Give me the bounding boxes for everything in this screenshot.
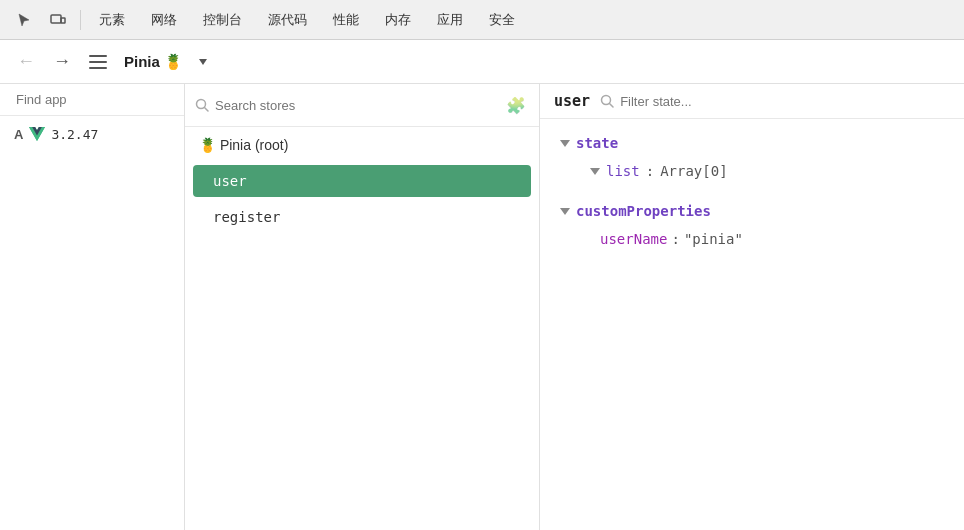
state-content: state list : Array[0] customProperties u…: [540, 119, 964, 275]
forward-button[interactable]: →: [48, 48, 76, 76]
main-content: A 3.2.47 🧩 🍍 Pinia (root) user: [0, 84, 964, 530]
username-item[interactable]: userName : "pinia": [540, 225, 964, 253]
list-colon: :: [646, 163, 654, 179]
tab-elements[interactable]: 元素: [87, 0, 137, 40]
dropdown-button[interactable]: [191, 50, 215, 74]
store-item-user[interactable]: user: [193, 165, 531, 197]
svg-rect-3: [89, 61, 107, 63]
chevron-down-icon: [199, 59, 207, 65]
toolbar: ← → Pinia 🍍: [0, 40, 964, 84]
svg-rect-4: [89, 67, 107, 69]
pinia-label: Pinia 🍍: [124, 53, 183, 71]
svg-rect-0: [51, 15, 61, 23]
find-app-search[interactable]: [0, 84, 184, 116]
svg-line-10: [610, 104, 614, 108]
state-section: state list : Array[0]: [540, 129, 964, 185]
list-key: list: [606, 163, 640, 179]
svg-rect-2: [89, 55, 107, 57]
nav-separator: [80, 10, 81, 30]
search-stores-input[interactable]: [215, 98, 497, 113]
middle-panel: 🧩 🍍 Pinia (root) user register: [185, 84, 540, 530]
right-panel: user state list : Array: [540, 84, 964, 530]
search-icon-middle: [195, 98, 209, 112]
state-section-header[interactable]: state: [540, 129, 964, 157]
state-list-item[interactable]: list : Array[0]: [540, 157, 964, 185]
menu-icon[interactable]: [84, 48, 112, 76]
tab-security[interactable]: 安全: [477, 0, 527, 40]
tab-memory[interactable]: 内存: [373, 0, 423, 40]
list-value: Array[0]: [660, 163, 727, 179]
filter-search-icon: [600, 94, 614, 108]
version-text: 3.2.47: [51, 127, 98, 142]
store-item-register[interactable]: register: [185, 199, 539, 235]
store-name-display: user: [554, 92, 590, 110]
tab-sources[interactable]: 源代码: [256, 0, 319, 40]
svg-line-8: [205, 108, 209, 112]
cursor-icon[interactable]: [8, 4, 40, 36]
state-section-label: state: [576, 135, 618, 151]
version-letter: A: [14, 127, 23, 142]
tab-console[interactable]: 控制台: [191, 0, 254, 40]
tab-performance[interactable]: 性能: [321, 0, 371, 40]
username-key: userName: [600, 231, 667, 247]
svg-rect-1: [61, 18, 65, 23]
left-panel: A 3.2.47: [0, 84, 185, 530]
custom-properties-header[interactable]: customProperties: [540, 197, 964, 225]
filter-state-search[interactable]: [600, 94, 788, 109]
filter-state-input[interactable]: [620, 94, 788, 109]
pinia-root-label: 🍍 Pinia (root): [199, 137, 288, 153]
plugin-button[interactable]: 🧩: [503, 92, 529, 118]
stores-search-header: 🧩: [185, 84, 539, 127]
responsive-icon[interactable]: [42, 4, 74, 36]
back-button[interactable]: ←: [12, 48, 40, 76]
username-value: "pinia": [684, 231, 743, 247]
right-panel-header: user: [540, 84, 964, 119]
custom-props-expand-icon: [560, 208, 570, 215]
username-colon: :: [671, 231, 679, 247]
pinia-root-group[interactable]: 🍍 Pinia (root): [185, 127, 539, 163]
custom-props-label: customProperties: [576, 203, 711, 219]
custom-properties-section: customProperties userName : "pinia": [540, 197, 964, 253]
pinia-text: Pinia 🍍: [124, 53, 183, 71]
app-version-item[interactable]: A 3.2.47: [0, 116, 184, 152]
vue-logo: [29, 126, 45, 142]
tab-network[interactable]: 网络: [139, 0, 189, 40]
state-expand-icon: [560, 140, 570, 147]
list-expand-icon: [590, 168, 600, 175]
top-nav-bar: 元素 网络 控制台 源代码 性能 内存 应用 安全: [0, 0, 964, 40]
find-app-input[interactable]: [16, 92, 184, 107]
tab-application[interactable]: 应用: [425, 0, 475, 40]
